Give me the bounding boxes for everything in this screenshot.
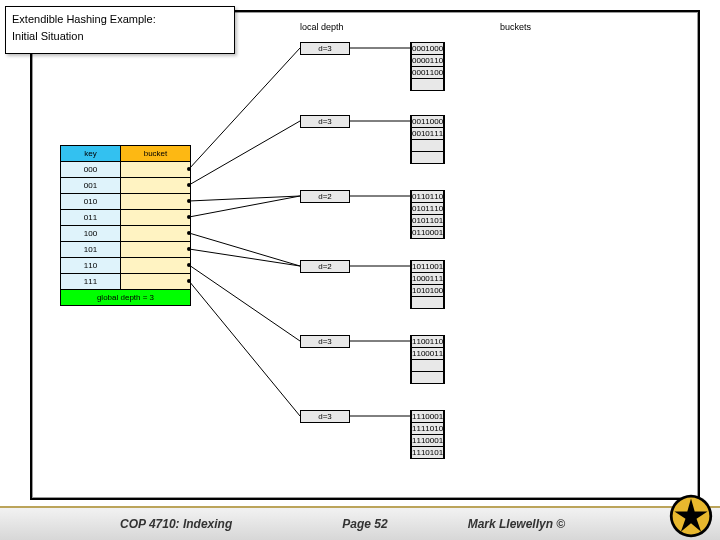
dir-bucket (121, 210, 191, 226)
bucket-rows: 1100110 1100011 (410, 335, 445, 384)
dir-bucket (121, 274, 191, 290)
bucket-rows: 0011000 0010111 (410, 115, 445, 164)
pointer-dot (187, 231, 191, 235)
directory-table: key bucket 000 001 010 011 100 101 110 1… (60, 145, 191, 306)
title-box: Extendible Hashing Example: Initial Situ… (5, 6, 235, 54)
bucket-rows: 0110110 0101110 0101101 0110001 (410, 190, 445, 239)
dir-bucket (121, 258, 191, 274)
bucket-header: bucket (121, 146, 191, 162)
dir-bucket (121, 242, 191, 258)
depth-box: d=3 (300, 115, 350, 128)
ucf-logo-icon (668, 493, 714, 539)
dir-key: 001 (61, 178, 121, 194)
footer-bar: COP 4710: Indexing Page 52 Mark Llewelly… (0, 506, 720, 540)
dir-bucket (121, 178, 191, 194)
dir-bucket (121, 226, 191, 242)
dir-key: 110 (61, 258, 121, 274)
dir-key: 111 (61, 274, 121, 290)
pointer-dot (187, 199, 191, 203)
global-depth-cell: global depth = 3 (61, 290, 191, 306)
local-depth-label: local depth (300, 22, 344, 32)
dir-bucket (121, 194, 191, 210)
title-line-1: Extendible Hashing Example: (12, 11, 228, 28)
dir-key: 010 (61, 194, 121, 210)
depth-box: d=3 (300, 42, 350, 55)
pointer-dot (187, 279, 191, 283)
footer-author: Mark Llewellyn © (468, 517, 566, 531)
depth-box: d=3 (300, 410, 350, 423)
depth-box: d=2 (300, 190, 350, 203)
depth-box: d=3 (300, 335, 350, 348)
pointer-dot (187, 263, 191, 267)
footer-course: COP 4710: Indexing (120, 517, 232, 531)
pointer-dot (187, 215, 191, 219)
depth-box: d=2 (300, 260, 350, 273)
buckets-label: buckets (500, 22, 531, 32)
dir-key: 100 (61, 226, 121, 242)
bucket-rows: 1011001 1000111 1010100 (410, 260, 445, 309)
pointer-dot (187, 183, 191, 187)
footer-page: Page 52 (342, 517, 387, 531)
dir-key: 101 (61, 242, 121, 258)
pointer-dot (187, 247, 191, 251)
dir-key: 000 (61, 162, 121, 178)
key-header: key (61, 146, 121, 162)
dir-key: 011 (61, 210, 121, 226)
title-line-2: Initial Situation (12, 28, 228, 45)
bucket-rows: 0001000 0000110 0001100 (410, 42, 445, 91)
bucket-rows: 1110001 1111010 1110001 1110101 (410, 410, 445, 459)
dir-bucket (121, 162, 191, 178)
pointer-dot (187, 167, 191, 171)
